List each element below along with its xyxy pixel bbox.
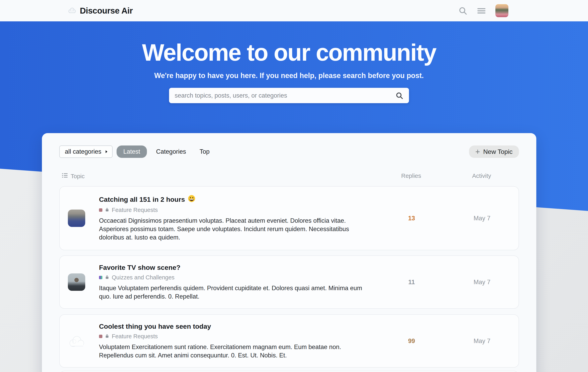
topic-author-avatar[interactable] [68,209,85,227]
topic-row[interactable]: Catching all 151 in 2 hours [59,186,519,250]
hero-title: Welcome to our community [0,39,578,66]
lock-icon [105,334,109,339]
plus-icon: + [475,148,480,156]
replies-count[interactable]: 13 [396,215,428,222]
topic-author-avatar[interactable] [68,273,85,291]
topic-category[interactable]: Feature Requests [99,207,367,213]
topic-excerpt: Voluptatem Exercitationem sunt ratione. … [99,343,367,360]
tab-categories[interactable]: Categories [156,148,186,155]
tab-latest[interactable]: Latest [116,145,147,158]
topic-category[interactable]: Feature Requests [99,333,367,340]
hero-search-input[interactable] [175,92,395,99]
topic-category[interactable]: Quizzes and Challenges [99,274,367,281]
user-avatar[interactable] [495,4,508,17]
topic-title[interactable]: Favorite TV show scene? [99,264,180,271]
activity-date[interactable]: May 7 [462,338,502,345]
topic-row[interactable]: Coolest thing you have seen today Featur… [59,314,519,368]
hero-subtitle: We're happy to have you here. If you nee… [0,72,578,80]
caret-right-icon [105,150,108,154]
lock-icon [105,207,109,213]
category-color-swatch [99,208,102,212]
grinning-face-emoji [188,195,195,204]
replies-count[interactable]: 11 [396,279,428,286]
topic-row[interactable]: Favorite TV show scene? Quizzes and Chal… [59,256,519,309]
lock-icon [105,275,109,280]
topic-title[interactable]: Coolest thing you have seen today [99,322,211,330]
site-brand[interactable]: Discourse Air [67,6,133,16]
new-topic-button[interactable]: + New Topic [469,145,519,158]
topic-toolbar: all categories Latest Categories Top + N… [59,145,519,158]
topic-list-card: all categories Latest Categories Top + N… [42,133,536,372]
column-header-replies: Replies [395,172,427,179]
hero-search-box[interactable] [169,88,409,103]
category-color-swatch [99,276,102,279]
next-topic-row-partial [59,371,519,372]
category-color-swatch [99,335,102,338]
category-name: Feature Requests [112,207,158,213]
cloud-avatar[interactable] [68,332,85,350]
activity-date[interactable]: May 7 [462,215,502,222]
category-name: Quizzes and Challenges [112,274,174,281]
category-name: Feature Requests [112,333,158,340]
column-header-activity: Activity [462,172,502,179]
column-header-topic: Topic [71,173,85,180]
page: Welcome to our community We're happy to … [0,0,588,372]
topic-excerpt: Itaque Voluptatem perferendis quidem. Pr… [99,284,367,301]
top-header: Discourse Air [0,0,588,21]
site-title: Discourse Air [80,6,133,16]
activity-date[interactable]: May 7 [462,279,502,286]
hero-search-icon[interactable] [395,92,403,100]
new-topic-label: New Topic [483,148,513,155]
cloud-logo-icon [67,7,77,14]
topic-title[interactable]: Catching all 151 in 2 hours [99,196,185,203]
topic-excerpt: Occaecati Dignissimos praesentium volupt… [99,217,367,242]
list-bullets-icon [62,172,68,180]
search-icon[interactable] [458,6,467,15]
topic-table-header: Topic Replies Activity [59,172,519,180]
category-filter-label: all categories [65,148,101,155]
category-filter-dropdown[interactable]: all categories [59,145,113,158]
tab-top[interactable]: Top [200,148,210,155]
hamburger-menu-icon[interactable] [477,6,486,15]
replies-count[interactable]: 99 [396,338,428,345]
